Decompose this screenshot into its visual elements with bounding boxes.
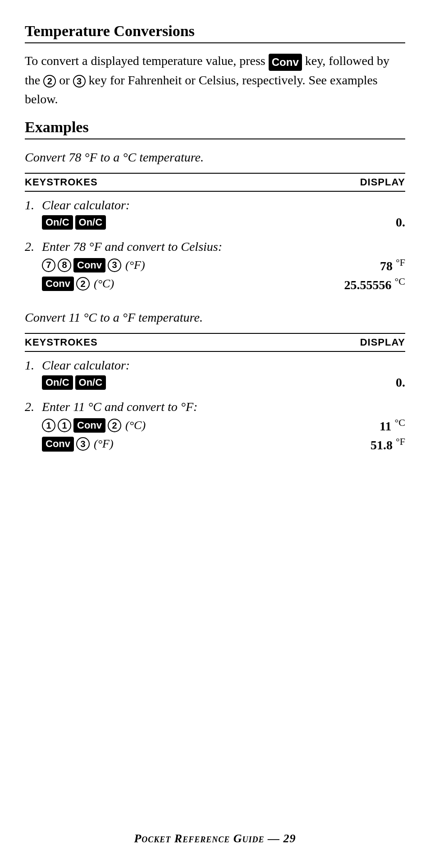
step-row: On/C On/C 0. [42,375,405,390]
step-content: Clear calculator: On/C On/C 0. [42,358,405,392]
key-1b: 1 [58,419,71,432]
example-1-title: Convert 78 °F to a °C temperature. [25,150,405,165]
keystrokes-label-2: KEYSTROKES [25,337,98,348]
display-label-1: DISPLAY [360,176,405,188]
step-content: Enter 78 °F and convert to Celsius: 7 8 … [42,240,405,294]
step-row-1: 1 1 Conv 2 (°C) 11 °C [42,417,405,434]
key-3-intro: 3 [73,75,86,88]
key-3: 3 [76,437,90,451]
step-number: 1. [25,358,42,373]
conv-key-2: Conv [42,277,74,291]
intro-paragraph: To convert a displayed temperature value… [25,51,405,109]
onc-key: On/C [42,375,73,390]
step-keys: On/C On/C [42,215,106,230]
key-3: 3 [108,259,121,272]
step-label: Enter 78 °F and convert to Celsius: [42,240,405,254]
step-keys: Conv 3 (°F) [42,437,114,452]
conv-key: Conv [73,418,105,433]
keystrokes-label-1: KEYSTROKES [25,176,98,188]
conv-key: Conv [73,258,105,273]
onc-key-2: On/C [75,375,106,390]
step-number: 1. [25,198,42,212]
step-row: On/C On/C 0. [42,215,405,230]
step-display-78f: 78 °F [333,257,405,273]
step-display: 0. [333,215,405,230]
step-display-11c: 11 °C [333,417,405,434]
step-number: 2. [25,400,42,414]
conv-key-2: Conv [42,437,74,452]
step-label: Clear calculator: [42,198,405,212]
step-display: 0. [333,375,405,390]
unit-note: (°C) [94,277,114,291]
onc-key-2: On/C [75,215,106,230]
conv-key-intro: Conv [269,54,302,71]
page-footer: Pocket Reference Guide — 29 [0,832,430,845]
step-label: Enter 11 °C and convert to °F: [42,400,405,414]
examples-heading: Examples [25,119,405,136]
step-keys: 7 8 Conv 3 (°F) [42,258,145,273]
example-1-block: Convert 78 °F to a °C temperature. KEYST… [25,150,405,294]
step-row-2: Conv 2 (°C) 25.55556 °C [42,276,405,292]
examples-divider [25,139,405,139]
step-label: Clear calculator: [42,358,405,373]
key-2-intro: 2 [43,75,56,88]
page-title: Temperature Conversions [25,23,405,40]
step-row-1: 7 8 Conv 3 (°F) 78 °F [42,257,405,273]
step-2-ex1: 2. Enter 78 °F and convert to Celsius: 7… [25,240,405,294]
key-2: 2 [108,419,121,432]
footer-text: Pocket Reference Guide — 29 [134,832,296,845]
key-8: 8 [58,259,71,272]
table-header-1: KEYSTROKES DISPLAY [25,173,405,192]
unit-note: (°F) [94,437,114,451]
step-1-ex2: 1. Clear calculator: On/C On/C 0. [25,358,405,392]
key-7: 7 [42,259,55,272]
onc-key: On/C [42,215,73,230]
step-number: 2. [25,240,42,254]
example-2-title: Convert 11 °C to a °F temperature. [25,310,405,325]
example-2-block: Convert 11 °C to a °F temperature. KEYST… [25,310,405,454]
step-keys: Conv 2 (°C) [42,277,114,291]
step-content: Clear calculator: On/C On/C 0. [42,198,405,232]
step-content: Enter 11 °C and convert to °F: 1 1 Conv … [42,400,405,454]
display-label-2: DISPLAY [360,337,405,348]
table-header-2: KEYSTROKES DISPLAY [25,333,405,352]
step-keys: 1 1 Conv 2 (°C) [42,418,146,433]
unit-note: (°C) [125,419,146,432]
step-display-25c: 25.55556 °C [333,276,405,292]
step-row-2: Conv 3 (°F) 51.8 °F [42,436,405,452]
step-display-51f: 51.8 °F [333,436,405,452]
key-2: 2 [76,277,90,291]
step-keys: On/C On/C [42,375,106,390]
step-2-ex2: 2. Enter 11 °C and convert to °F: 1 1 Co… [25,400,405,454]
title-divider [25,42,405,43]
key-1a: 1 [42,419,55,432]
step-1-ex1: 1. Clear calculator: On/C On/C 0. [25,198,405,232]
unit-note: (°F) [125,259,145,272]
